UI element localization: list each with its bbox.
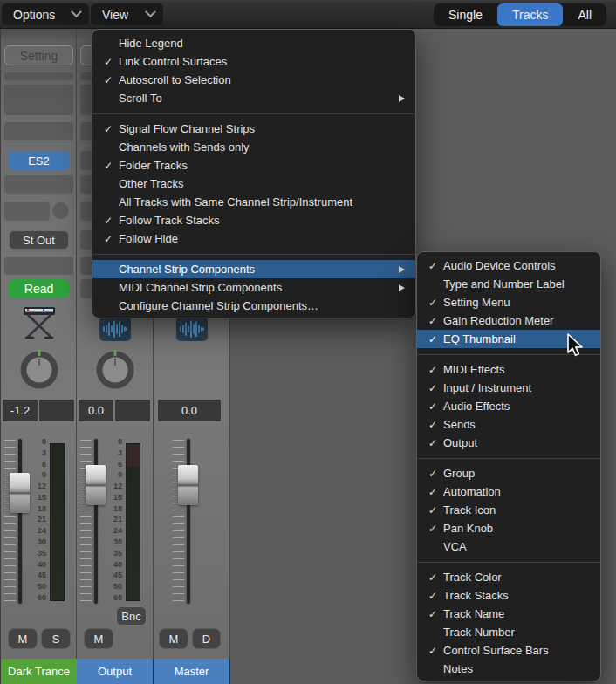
setting-button[interactable]: Setting	[4, 45, 73, 65]
track-name-label[interactable]: Master	[154, 659, 230, 684]
instrument-button[interactable]: ES2	[9, 151, 69, 170]
send-knob[interactable]	[52, 202, 69, 219]
fader-scale-tick: 45	[113, 571, 122, 579]
checkmark-icon: ✓	[424, 419, 441, 431]
menu-item-group[interactable]: ✓Group	[417, 464, 600, 482]
segment-all[interactable]: All	[563, 3, 606, 26]
menu-item-folder-tracks[interactable]: ✓Folder Tracks	[92, 156, 415, 174]
midi-fx-slot[interactable]	[4, 122, 73, 140]
mute-button[interactable]: M	[159, 628, 188, 649]
fader-rail[interactable]	[94, 439, 98, 604]
menu-item-pan-knob[interactable]: ✓Pan Knob	[417, 519, 600, 537]
chevron-down-icon	[145, 6, 156, 17]
menu-item-gain-reduction-meter[interactable]: ✓Gain Reduction Meter	[417, 311, 600, 330]
solo-button[interactable]: S	[41, 628, 71, 649]
dim-button[interactable]: D	[192, 628, 221, 649]
menu-item-track-color[interactable]: ✓Track Color	[417, 568, 600, 586]
menu-item-channel-strip-components[interactable]: Channel Strip Components	[92, 260, 415, 278]
fader-scale-tick: 15	[38, 494, 46, 502]
menu-item-setting-menu[interactable]: ✓Setting Menu	[417, 293, 600, 311]
pan-knob[interactable]	[93, 347, 137, 391]
fader-handle[interactable]	[86, 465, 106, 505]
fader-ruler	[173, 440, 184, 602]
track-name-label[interactable]: Dark Trance	[1, 659, 78, 684]
menu-item-output[interactable]: ✓Output	[417, 434, 600, 452]
menu-item-midi-effects[interactable]: ✓MIDI Effects	[417, 360, 600, 379]
pan-value[interactable]: -1.2	[3, 400, 38, 421]
menu-item-track-number[interactable]: Track Number	[417, 623, 600, 641]
group-slot[interactable]	[4, 256, 73, 275]
fader-rail[interactable]	[18, 439, 22, 604]
volume-value[interactable]: 0.0	[158, 400, 221, 421]
waveform-icon[interactable]	[99, 317, 131, 341]
checkmark-icon: ✓	[424, 333, 441, 345]
menu-item-midi-channel-strip-components[interactable]: MIDI Channel Strip Components	[92, 278, 415, 297]
bounce-button[interactable]: Bnc	[116, 606, 147, 626]
menu-item-notes[interactable]: Notes	[417, 660, 600, 678]
menu-item-label: Group	[443, 467, 475, 480]
menu-item-follow-track-stacks[interactable]: ✓Follow Track Stacks	[92, 211, 415, 229]
menu-item-all-tracks-with-same-channel-strip-instrument[interactable]: All Tracks with Same Channel Strip/Instr…	[92, 193, 415, 211]
output-button[interactable]: St Out	[9, 230, 69, 250]
menu-item-control-surface-bars[interactable]: ✓Control Surface Bars	[417, 641, 600, 660]
menu-item-audio-device-controls[interactable]: ✓Audio Device Controls	[417, 256, 600, 275]
fader-handle[interactable]	[178, 465, 198, 505]
menu-item-track-icon[interactable]: ✓Track Icon	[417, 501, 600, 519]
menu-item-follow-hide[interactable]: ✓Follow Hide	[92, 229, 415, 248]
peak-value[interactable]	[39, 400, 74, 421]
automation-mode-button[interactable]: Read	[9, 279, 69, 298]
menu-item-input-instrument[interactable]: ✓Input / Instrument	[417, 379, 600, 397]
menu-item-link-control-surfaces[interactable]: ✓Link Control Surfaces	[92, 52, 415, 71]
menu-separator	[92, 254, 415, 255]
menu-item-scroll-to[interactable]: Scroll To	[92, 89, 415, 107]
fader-scale-tick: 30	[38, 538, 46, 546]
menu-item-track-name[interactable]: ✓Track Name	[417, 605, 600, 623]
menu-item-label: MIDI Effects	[443, 363, 505, 376]
menu-item-channels-with-sends-only[interactable]: Channels with Sends only	[92, 138, 415, 156]
menu-item-vca[interactable]: VCA	[417, 537, 600, 556]
menu-item-signal-flow-channel-strips[interactable]: ✓Signal Flow Channel Strips	[92, 120, 415, 138]
checkmark-icon: ✓	[424, 504, 441, 516]
track-icon[interactable]	[20, 301, 58, 341]
send-slot[interactable]	[4, 202, 50, 221]
fader-scale-tick: 18	[113, 505, 122, 513]
waveform-icon[interactable]	[176, 317, 208, 341]
checkmark-icon: ✓	[99, 123, 117, 135]
peak-value[interactable]	[115, 400, 150, 421]
menu-item-label: Track Name	[443, 607, 504, 620]
view-menu-button[interactable]: View	[91, 3, 163, 25]
fader-handle[interactable]	[10, 473, 30, 513]
fader-scale-tick: 15	[113, 494, 122, 502]
track-name-label[interactable]: Output	[77, 659, 154, 684]
audio-fx-slot[interactable]	[4, 175, 73, 194]
options-menu-button[interactable]: Options	[2, 3, 89, 25]
menu-item-hide-legend[interactable]: Hide Legend	[92, 34, 415, 52]
menu-item-autoscroll-to-selection[interactable]: ✓Autoscroll to Selection	[92, 71, 415, 89]
menu-item-configure-channel-strip-components[interactable]: Configure Channel Strip Components…	[92, 297, 415, 315]
mixer-menu-bar: Options View SingleTracksAll	[0, 0, 616, 29]
menu-item-label: Notes	[443, 662, 473, 675]
eq-thumbnail-slot[interactable]	[4, 85, 73, 115]
fader-rail[interactable]	[187, 439, 190, 604]
segment-tracks[interactable]: Tracks	[497, 3, 563, 26]
menu-item-label: Output	[443, 436, 477, 449]
menu-item-audio-effects[interactable]: ✓Audio Effects	[417, 397, 600, 415]
segment-single[interactable]: Single	[434, 3, 497, 26]
checkmark-icon: ✓	[99, 160, 117, 172]
menu-item-track-stacks[interactable]: ✓Track Stacks	[417, 586, 600, 605]
checkmark-icon: ✓	[99, 215, 117, 227]
fader-ruler	[80, 440, 92, 602]
menu-item-label: Folder Tracks	[119, 159, 188, 172]
menu-item-type-and-number-label[interactable]: Type and Number Label	[417, 275, 600, 293]
menu-item-sends[interactable]: ✓Sends	[417, 415, 600, 434]
fader-scale-tick: 18	[38, 505, 46, 513]
mute-button[interactable]: M	[8, 628, 38, 649]
mute-button[interactable]: M	[84, 628, 113, 649]
pan-knob[interactable]	[17, 347, 61, 391]
checkmark-icon: ✓	[424, 315, 441, 327]
menu-item-other-tracks[interactable]: Other Tracks	[92, 174, 415, 193]
pan-value[interactable]: 0.0	[79, 400, 113, 421]
checkmark-icon: ✓	[424, 608, 441, 620]
channel-strip-dark-trance: Setting ES2 St Out Read	[0, 29, 77, 684]
menu-item-automation[interactable]: ✓Automation	[417, 482, 600, 501]
